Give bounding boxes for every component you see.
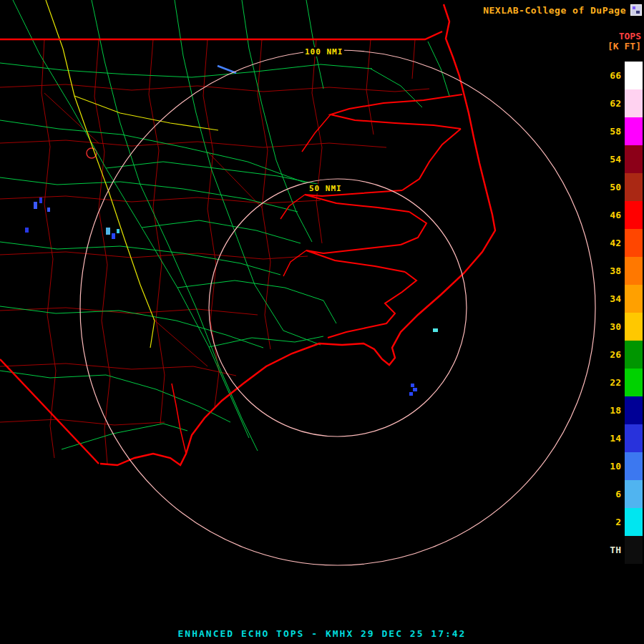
legend-color-swatch	[625, 285, 643, 313]
legend-row: 58	[600, 117, 643, 145]
legend-color-swatch	[625, 536, 643, 564]
legend-color-swatch	[625, 117, 643, 145]
coastline-layer	[100, 4, 495, 465]
cape-fear-river	[172, 384, 186, 454]
pamlico-upstream	[280, 195, 305, 219]
legend-row: 2	[600, 508, 643, 536]
roanoke-river	[302, 114, 331, 152]
range-ring	[209, 179, 467, 436]
legend-value-label: 2	[600, 517, 621, 527]
legend-color-swatch	[625, 313, 643, 341]
neuse-upstream	[283, 250, 306, 276]
legend-value-label: 42	[600, 238, 621, 248]
legend-row: TH	[600, 536, 643, 564]
legend-color-swatch	[625, 369, 643, 396]
legend-value-label: 58	[600, 126, 621, 137]
legend-row: 50	[600, 173, 643, 201]
legend-row: 62	[600, 89, 643, 117]
legend-row: 10	[600, 452, 643, 480]
legend-value-label: 66	[600, 70, 621, 81]
legend-value-label: 38	[600, 265, 621, 276]
legend-value-label: 34	[600, 293, 621, 304]
legend-color-swatch	[625, 424, 643, 452]
bogue-shore	[328, 272, 416, 338]
legend-value-label: TH	[600, 545, 621, 555]
legend-row: 30	[600, 313, 643, 341]
legend-title: TOPS	[600, 31, 643, 42]
legend-value-label: 14	[600, 433, 621, 444]
base-map	[0, 0, 644, 644]
legend-row: 6	[600, 480, 643, 508]
brand: NEXLAB-College of DuPage	[483, 4, 642, 16]
legend-row: 14	[600, 424, 643, 452]
between-rivers-shore	[401, 212, 426, 245]
legend-value-label: 54	[600, 154, 621, 165]
brand-text: NEXLAB-College of DuPage	[483, 5, 626, 16]
legend-color-swatch	[625, 173, 643, 201]
legend-color-swatch	[625, 229, 643, 257]
legend-color-swatch	[625, 145, 643, 173]
legend-value-label: 18	[600, 405, 621, 416]
legend-color-swatch	[625, 257, 643, 285]
county-lines-layer	[0, 39, 429, 464]
neuse-river	[306, 245, 405, 272]
nc-sc-border	[0, 359, 99, 464]
legend-value-label: 22	[600, 377, 621, 388]
radar-display: 50 NMI100 NMI NEXLAB-College of DuPage T…	[0, 0, 644, 644]
va-nc-border	[0, 31, 442, 39]
legend-row: 46	[600, 201, 643, 229]
legend-color-swatch	[625, 508, 643, 536]
albemarle-sound	[331, 94, 462, 129]
legend-color-scale: 66625854504642383430262218141062TH	[600, 62, 643, 564]
legend-value-label: 10	[600, 461, 621, 472]
legend-color-swatch	[625, 341, 643, 369]
pamlico-shore	[402, 129, 461, 190]
outer-banks-coast	[100, 4, 495, 465]
roads-layer-yellow	[46, 0, 218, 348]
legend-color-swatch	[625, 452, 643, 480]
legend-row: 54	[600, 145, 643, 173]
legend-color-swatch	[625, 396, 643, 424]
cod-logo-icon	[630, 4, 642, 16]
legend-value-label: 26	[600, 349, 621, 360]
legend-row: 18	[600, 396, 643, 424]
legend-value-label: 6	[600, 489, 621, 499]
legend-row: 34	[600, 285, 643, 313]
legend-color-swatch	[625, 201, 643, 229]
legend-row: 38	[600, 257, 643, 285]
legend-row: 66	[600, 62, 643, 89]
legend-value-label: 50	[600, 182, 621, 192]
pamlico-river	[305, 190, 409, 212]
legend-value-label: 30	[600, 321, 621, 332]
legend-row: 26	[600, 341, 643, 369]
legend-row: 42	[600, 229, 643, 257]
echo-tops-legend: TOPS [K FT] 6662585450464238343026221814…	[600, 31, 643, 564]
legend-row: 22	[600, 369, 643, 396]
legend-color-swatch	[625, 62, 643, 89]
legend-value-label: 62	[600, 98, 621, 109]
legend-value-label: 46	[600, 210, 621, 220]
legend-color-swatch	[625, 480, 643, 508]
legend-units: [K FT]	[600, 42, 643, 52]
status-bar: ENHANCED ECHO TOPS - KMHX 29 DEC 25 17:4…	[0, 628, 644, 639]
legend-color-swatch	[625, 89, 643, 117]
